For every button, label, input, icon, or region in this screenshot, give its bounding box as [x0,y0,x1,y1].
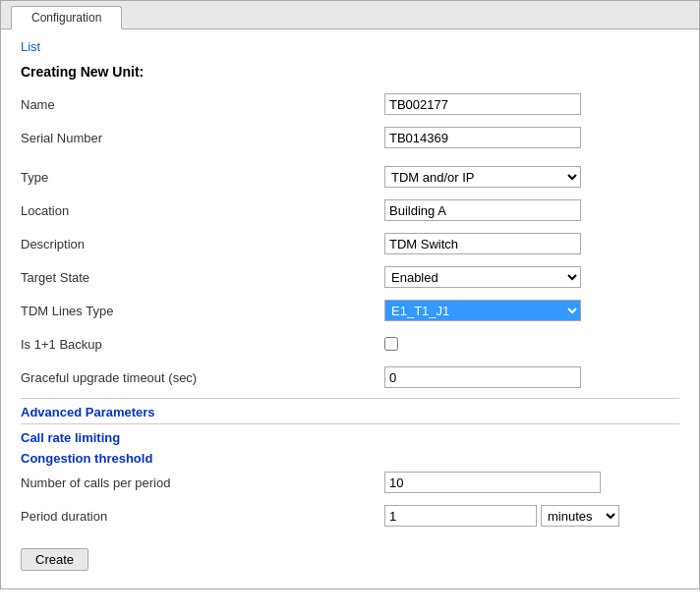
is-backup-label: Is 1+1 Backup [21,337,384,352]
is-backup-row: Is 1+1 Backup [21,331,679,357]
target-state-row: Target State Enabled Disabled [21,264,679,290]
num-calls-row: Number of calls per period [21,470,679,495]
tab-bar: Configuration [1,1,699,29]
create-button-row: Create [21,540,679,571]
name-input[interactable] [384,93,581,115]
tab-configuration[interactable]: Configuration [11,6,122,29]
is-backup-checkbox[interactable] [384,337,398,351]
period-duration-controls: minutes seconds hours [384,505,619,527]
call-rate-limiting-link[interactable]: Call rate limiting [21,430,120,445]
divider-1 [21,398,679,399]
graceful-timeout-input[interactable] [384,366,581,388]
serial-number-input[interactable] [384,127,581,148]
tdm-lines-type-label: TDM Lines Type [21,304,384,318]
divider-2 [21,423,679,424]
advanced-params-link[interactable]: Advanced Parameters [21,405,155,419]
target-state-select[interactable]: Enabled Disabled [384,266,581,288]
advanced-params-row: Advanced Parameters [21,405,679,419]
name-row: Name [21,91,679,117]
period-duration-input[interactable] [384,505,537,527]
location-label: Location [21,203,384,218]
period-unit-select[interactable]: minutes seconds hours [541,505,619,527]
type-select[interactable]: TDM and/or IP TDM only IP only [384,166,581,188]
call-rate-limiting-row: Call rate limiting [21,430,679,445]
congestion-threshold-row: Congestion threshold [21,451,679,466]
tdm-lines-type-select[interactable]: E1_T1_J1 E1 T1 J1 [384,300,581,321]
serial-number-label: Serial Number [21,131,384,145]
period-duration-label: Period duration [21,509,384,524]
type-row: Type TDM and/or IP TDM only IP only [21,164,679,190]
target-state-label: Target State [21,270,384,285]
type-label: Type [21,170,384,185]
graceful-timeout-label: Graceful upgrade timeout (sec) [21,370,384,385]
form-section: Name Serial Number Type TDM and/or IP TD… [21,91,679,571]
congestion-threshold-link[interactable]: Congestion threshold [21,451,152,466]
list-link[interactable]: List [21,39,40,54]
num-calls-input[interactable] [384,472,601,493]
description-row: Description [21,231,679,256]
name-label: Name [21,97,384,112]
create-button[interactable]: Create [21,548,88,571]
graceful-timeout-row: Graceful upgrade timeout (sec) [21,364,679,390]
location-input[interactable] [384,199,581,221]
location-row: Location [21,197,679,223]
tdm-lines-type-row: TDM Lines Type E1_T1_J1 E1 T1 J1 [21,298,679,323]
tab-configuration-label: Configuration [31,11,101,25]
num-calls-label: Number of calls per period [21,475,384,490]
period-duration-row: Period duration minutes seconds hours [21,503,679,529]
description-label: Description [21,237,384,251]
serial-number-row: Serial Number [21,125,679,150]
form-title: Creating New Unit: [21,64,679,80]
page-content: List Creating New Unit: Name Serial Numb… [1,29,699,581]
description-input[interactable] [384,233,581,254]
